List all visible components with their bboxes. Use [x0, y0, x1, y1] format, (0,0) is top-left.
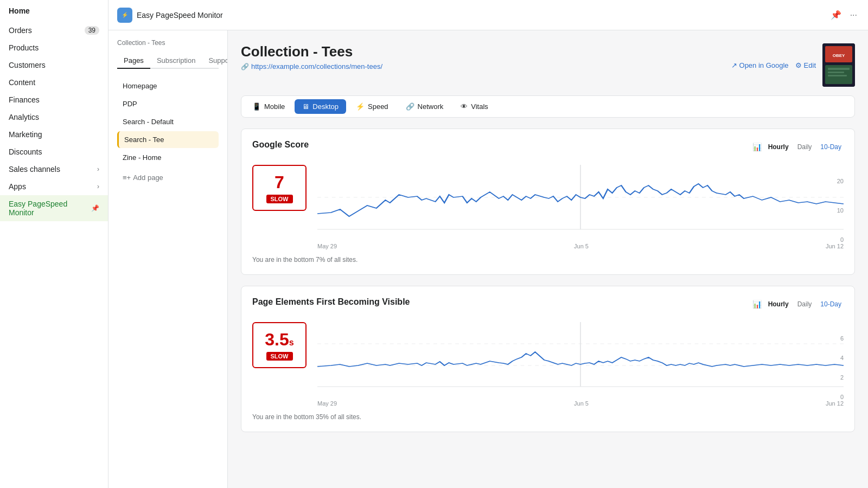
desktop-icon: 🖥 — [302, 102, 309, 111]
page-elements-chart: 6 4 2 0 — [317, 322, 844, 409]
svg-rect-4 — [828, 68, 850, 70]
content-area: Collection - Tees Pages Subscription Sup… — [108, 30, 868, 488]
sidebar-item-sales-channels[interactable]: Sales channels › — [0, 160, 108, 178]
settings-icon: ⚙ — [795, 61, 802, 69]
time-btn-daily-elements[interactable]: Daily — [795, 299, 814, 309]
google-score-value: 7 — [262, 172, 297, 192]
tab-desktop[interactable]: 🖥 Desktop — [295, 99, 346, 114]
vitals-icon: 👁 — [461, 102, 468, 111]
sidebar-item-marketing[interactable]: Marketing — [0, 126, 108, 143]
add-page-button[interactable]: ≡+ Add page — [117, 170, 219, 185]
sidebar-home[interactable]: Home — [0, 0, 108, 22]
list-item[interactable]: Homepage — [117, 78, 219, 94]
page-elements-section: Page Elements First Becoming Visible 📊 H… — [241, 286, 855, 432]
sidebar-item-finances[interactable]: Finances — [0, 91, 108, 108]
left-panel: Collection - Tees Pages Subscription Sup… — [108, 30, 228, 488]
time-btn-10day-google[interactable]: 10-Day — [818, 142, 844, 152]
page-elements-footer: You are in the bottom 35% of all sites. — [252, 413, 844, 421]
list-item-active[interactable]: Search - Tee — [117, 131, 219, 148]
page-elements-score-card: 3.5s SLOW — [252, 322, 307, 368]
svg-rect-6 — [828, 75, 847, 76]
sidebar-item-products[interactable]: Products — [0, 39, 108, 56]
tab-speed[interactable]: ⚡ Speed — [348, 99, 396, 114]
topbar-actions: 📌 ··· — [828, 8, 859, 22]
page-header: Collection - Tees 🔗 https://example.com/… — [241, 43, 855, 87]
list-item[interactable]: PDP — [117, 95, 219, 112]
google-score-header: Google Score 📊 Hourly Daily 10-Day — [252, 140, 844, 158]
page-elements-score-value: 3.5s — [262, 330, 297, 350]
sidebar-item-content[interactable]: Content — [0, 74, 108, 91]
google-score-title: Google Score — [252, 140, 309, 150]
list-item[interactable]: Zine - Home — [117, 149, 219, 166]
sidebar-item-easy-pagespeed[interactable]: Easy PageSpeed Monitor 📌 — [0, 195, 108, 221]
chart-x-labels-elements: May 29 Jun 5 Jun 12 — [317, 400, 844, 407]
sidebar-item-orders[interactable]: Orders 39 — [0, 22, 108, 39]
pin-topbar-icon[interactable]: 📌 — [828, 8, 844, 22]
sidebar-item-customers[interactable]: Customers — [0, 56, 108, 74]
chart-x-labels-google: May 29 Jun 5 Jun 12 — [317, 243, 844, 249]
tab-pages[interactable]: Pages — [117, 53, 150, 69]
chart-bar-icon[interactable]: 📊 — [752, 143, 762, 151]
breadcrumb: Collection - Tees — [117, 39, 219, 47]
google-score-footer: You are in the bottom 7% of all sites. — [252, 256, 844, 264]
page-thumbnail: OBEY — [822, 43, 855, 87]
pin-icon: 📌 — [91, 204, 99, 212]
left-panel-tabs: Pages Subscription Support — [117, 53, 219, 69]
orders-badge: 39 — [85, 26, 99, 35]
chart-bar-icon-2[interactable]: 📊 — [752, 300, 762, 309]
google-score-chart: 20 10 0 May 29 — [317, 165, 844, 252]
link-icon: 🔗 — [241, 63, 249, 70]
chart-controls-google: 📊 Hourly Daily 10-Day — [752, 142, 844, 152]
page-list: Homepage PDP Search - Default Search - T… — [117, 78, 219, 166]
page-url: 🔗 https://example.com/collections/men-te… — [241, 62, 382, 70]
list-item[interactable]: Search - Default — [117, 113, 219, 130]
time-btn-daily-google[interactable]: Daily — [795, 142, 814, 152]
sidebar-item-analytics[interactable]: Analytics — [0, 108, 108, 126]
tab-subscription[interactable]: Subscription — [150, 53, 202, 69]
page-title: Collection - Tees — [241, 43, 382, 60]
chart-y-labels: 20 10 0 — [837, 178, 844, 243]
speed-icon: ⚡ — [356, 102, 365, 111]
google-score-row: 7 SLOW 20 10 0 — [252, 165, 844, 252]
page-elements-header: Page Elements First Becoming Visible 📊 H… — [252, 297, 844, 316]
tab-vitals[interactable]: 👁 Vitals — [453, 99, 496, 114]
google-score-section: Google Score 📊 Hourly Daily 10-Day 7 SLO… — [241, 129, 855, 275]
thumbnail-svg: OBEY — [822, 43, 855, 87]
tab-mobile[interactable]: 📱 Mobile — [245, 99, 292, 114]
main-area: ⚡ Easy PageSpeed Monitor 📌 ··· Collectio… — [108, 0, 868, 488]
open-in-google-button[interactable]: ↗ Open in Google — [731, 61, 789, 69]
app-logo: ⚡ — [117, 8, 132, 23]
app-name: ⚡ Easy PageSpeed Monitor — [117, 8, 223, 23]
chevron-right-icon: › — [97, 183, 99, 190]
plus-icon: ≡+ — [123, 174, 131, 182]
page-elements-svg — [317, 322, 844, 387]
sidebar-item-apps[interactable]: Apps › — [0, 178, 108, 195]
external-link-icon: ↗ — [731, 61, 737, 69]
sidebar: Home Orders 39 Products Customers Conten… — [0, 0, 108, 488]
time-btn-hourly-google[interactable]: Hourly — [766, 142, 791, 152]
svg-rect-5 — [828, 72, 844, 73]
tab-group: 📱 Mobile 🖥 Desktop ⚡ Speed 🔗 Network — [245, 99, 496, 114]
time-btn-10day-elements[interactable]: 10-Day — [818, 299, 844, 309]
page-elements-title: Page Elements First Becoming Visible — [252, 297, 410, 307]
chevron-right-icon: › — [97, 165, 99, 173]
tab-network[interactable]: 🔗 Network — [398, 99, 451, 114]
google-score-card: 7 SLOW — [252, 165, 307, 211]
chart-controls-elements: 📊 Hourly Daily 10-Day — [752, 299, 844, 309]
page-url-link[interactable]: https://example.com/collections/men-tees… — [251, 62, 382, 70]
right-panel: Collection - Tees 🔗 https://example.com/… — [228, 30, 868, 488]
edit-button[interactable]: ⚙ Edit — [795, 61, 816, 69]
tab-support[interactable]: Support — [202, 53, 228, 69]
more-menu-icon[interactable]: ··· — [848, 8, 859, 22]
page-title-section: Collection - Tees 🔗 https://example.com/… — [241, 43, 382, 70]
svg-text:OBEY: OBEY — [833, 53, 845, 58]
topbar: ⚡ Easy PageSpeed Monitor 📌 ··· — [108, 0, 868, 30]
google-score-slow-label: SLOW — [266, 195, 293, 203]
page-elements-row: 3.5s SLOW 6 4 2 0 — [252, 322, 844, 409]
network-icon: 🔗 — [406, 102, 414, 111]
tabs-bar: 📱 Mobile 🖥 Desktop ⚡ Speed 🔗 Network — [241, 95, 855, 118]
mobile-icon: 📱 — [252, 102, 261, 111]
page-elements-slow-label: SLOW — [266, 352, 293, 361]
time-btn-hourly-elements[interactable]: Hourly — [766, 299, 791, 309]
sidebar-item-discounts[interactable]: Discounts — [0, 143, 108, 160]
